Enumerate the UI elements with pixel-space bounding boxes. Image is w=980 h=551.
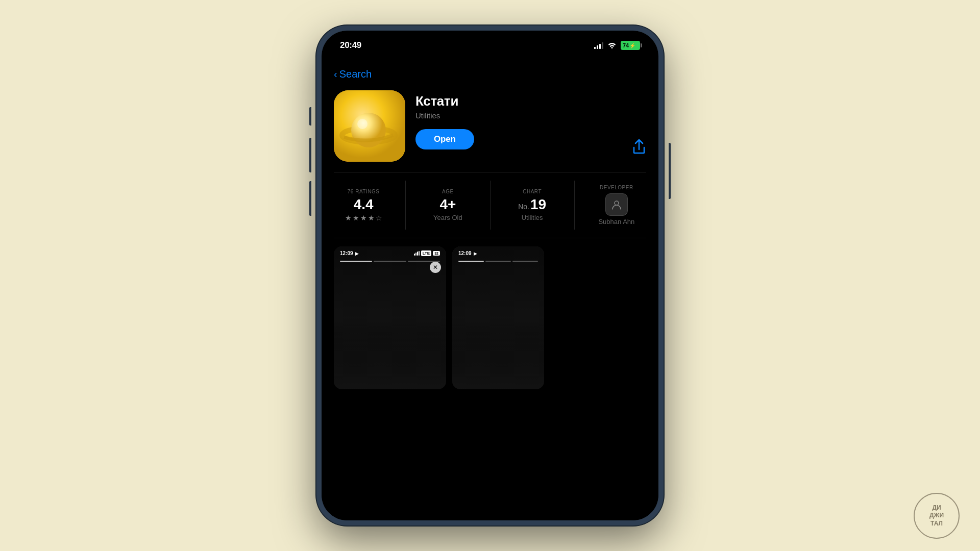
battery-indicator: 74 ⚡ (621, 41, 640, 50)
volume-up-button (309, 138, 311, 172)
ratings-label: 76 RATINGS (348, 189, 380, 194)
app-icon-svg (334, 90, 405, 162)
share-button[interactable] (632, 139, 646, 158)
app-name: Кстати (415, 93, 646, 109)
chart-number: 19 (530, 197, 546, 212)
battery-percent: 74 (623, 43, 629, 48)
stat-developer: DEVELOPER Subhan Ahn (575, 181, 658, 230)
dynamic-island (457, 38, 523, 55)
developer-label: DEVELOPER (600, 185, 633, 190)
power-button (669, 143, 671, 199)
dot-1-1 (340, 261, 372, 262)
battery-tip (641, 43, 642, 47)
share-icon (632, 139, 646, 155)
app-store-content: ‹ Search (322, 60, 658, 520)
dot-2-1 (458, 261, 484, 262)
back-navigation[interactable]: ‹ Search (322, 60, 658, 85)
signal-bar-4 (602, 42, 603, 49)
no-prefix: No. (518, 203, 529, 210)
watermark: ДИ ДЖИ ТАЛ (914, 493, 960, 539)
stat-ratings: 76 RATINGS 4.4 ★ ★ ★ ★ ☆ (322, 181, 406, 230)
progress-dots-1 (340, 261, 440, 262)
app-header: Кстати Utilities Open (322, 85, 658, 172)
svg-point-4 (615, 201, 619, 205)
dot-1-2 (374, 261, 406, 262)
close-button-1[interactable]: ✕ (430, 262, 441, 273)
open-button[interactable]: Open (415, 129, 474, 149)
stats-row: 76 RATINGS 4.4 ★ ★ ★ ★ ☆ AGE 4+ (322, 172, 658, 238)
signal-bar-1 (594, 47, 596, 49)
age-value: 4+ (439, 197, 456, 212)
screenshot-gradient-2 (452, 328, 544, 389)
screenshot-time-1: 12:09 (340, 251, 353, 256)
battery-bolt-icon: ⚡ (629, 43, 635, 48)
screenshot-time-2: 12:09 (458, 251, 472, 256)
ss-bar-3 (417, 252, 418, 256)
signal-bar-2 (597, 45, 598, 49)
signal-bar-3 (599, 44, 601, 49)
age-label: AGE (442, 189, 454, 194)
screenshot-status-2: 12:09 ▶ (458, 251, 538, 256)
volume-down-button (309, 181, 311, 216)
chart-value: No. 19 (518, 197, 546, 212)
location-icon-1: ▶ (355, 251, 359, 256)
app-icon (334, 90, 405, 162)
phone-device: 20:49 74 ⚡ (316, 26, 664, 525)
back-label: Search (339, 68, 372, 80)
mute-button (309, 107, 311, 126)
screenshot-status-icons-1: LTE 32 (414, 251, 440, 256)
developer-name: Subhan Ahn (598, 218, 634, 226)
chart-sub: Utilities (522, 214, 543, 221)
screenshot-2: 12:09 ▶ (452, 246, 544, 389)
star-2: ★ (353, 214, 359, 222)
status-time: 20:49 (340, 40, 361, 51)
screenshot-1: 12:09 ▶ LTE (334, 246, 446, 389)
app-info: Кстати Utilities Open (415, 90, 646, 149)
phone-frame: 20:49 74 ⚡ (316, 26, 664, 525)
star-3: ★ (360, 214, 367, 222)
svg-point-3 (357, 119, 368, 129)
screenshot-content-1 (334, 246, 446, 389)
ratings-value: 4.4 (354, 197, 374, 212)
svg-point-2 (351, 113, 386, 147)
location-icon-2: ▶ (474, 251, 477, 256)
back-chevron-icon: ‹ (334, 68, 337, 80)
ss-bar-1 (414, 254, 415, 256)
progress-dots-2 (458, 261, 538, 262)
lte-badge-1: LTE (421, 251, 432, 256)
phone-screen: 20:49 74 ⚡ (322, 31, 658, 520)
screenshots-section: 12:09 ▶ LTE (322, 238, 658, 389)
lte-number-1: 32 (433, 251, 440, 256)
screenshot-status-1: 12:09 ▶ LTE (340, 251, 440, 256)
screenshot-gradient-1 (334, 328, 446, 389)
star-4: ★ (368, 214, 375, 222)
app-category: Utilities (415, 111, 646, 120)
status-icons: 74 ⚡ (594, 41, 640, 50)
star-5: ☆ (376, 214, 382, 222)
ss-bar-4 (419, 251, 420, 256)
screenshot-time-wrap-2: 12:09 ▶ (458, 251, 477, 256)
person-icon (611, 199, 622, 210)
watermark-text: ДИ ДЖИ ТАЛ (929, 504, 944, 528)
screenshot-time-wrap-1: 12:09 ▶ (340, 251, 359, 256)
age-sub: Years Old (433, 214, 462, 221)
stat-chart: CHART No. 19 Utilities (491, 181, 575, 230)
screenshot-signal-1 (414, 251, 420, 256)
stars-row: ★ ★ ★ ★ ☆ (345, 214, 382, 222)
dot-2-2 (485, 261, 511, 262)
dot-2-3 (512, 261, 538, 262)
screenshot-content-2 (452, 246, 544, 389)
developer-avatar (605, 193, 628, 216)
star-1: ★ (345, 214, 352, 222)
stat-age: AGE 4+ Years Old (406, 181, 490, 230)
ss-bar-2 (415, 253, 416, 256)
wifi-icon (607, 41, 617, 50)
signal-icon (594, 42, 603, 49)
chart-label: CHART (523, 189, 542, 194)
